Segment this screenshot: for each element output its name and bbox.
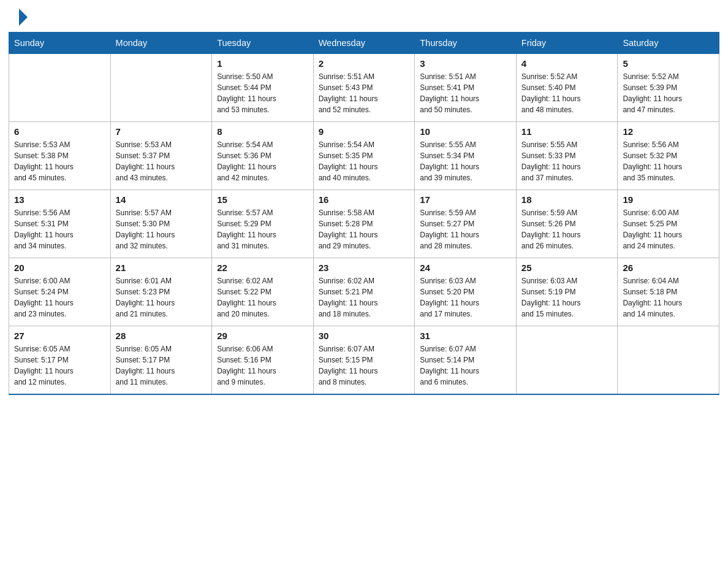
day-number: 14	[116, 194, 207, 205]
calendar-cell	[516, 326, 618, 395]
calendar-cell: 23Sunrise: 6:02 AM Sunset: 5:21 PM Dayli…	[313, 258, 415, 326]
calendar-week-row: 13Sunrise: 5:56 AM Sunset: 5:31 PM Dayli…	[9, 190, 719, 258]
calendar-week-row: 27Sunrise: 6:05 AM Sunset: 5:17 PM Dayli…	[9, 326, 719, 395]
calendar-cell: 6Sunrise: 5:53 AM Sunset: 5:38 PM Daylig…	[9, 122, 111, 190]
day-info: Sunrise: 5:57 AM Sunset: 5:29 PM Dayligh…	[217, 207, 308, 251]
day-info: Sunrise: 6:00 AM Sunset: 5:25 PM Dayligh…	[623, 207, 714, 251]
calendar-cell: 22Sunrise: 6:02 AM Sunset: 5:22 PM Dayli…	[212, 258, 314, 326]
day-info: Sunrise: 5:59 AM Sunset: 5:26 PM Dayligh…	[521, 207, 613, 251]
day-number: 18	[521, 194, 613, 205]
day-number: 3	[420, 58, 511, 69]
calendar-cell: 27Sunrise: 6:05 AM Sunset: 5:17 PM Dayli…	[9, 326, 111, 395]
calendar-cell: 11Sunrise: 5:55 AM Sunset: 5:33 PM Dayli…	[516, 122, 618, 190]
day-number: 29	[217, 331, 308, 341]
day-number: 19	[623, 194, 714, 205]
day-number: 20	[14, 262, 105, 273]
calendar-cell: 20Sunrise: 6:00 AM Sunset: 5:24 PM Dayli…	[9, 258, 111, 326]
day-info: Sunrise: 5:59 AM Sunset: 5:27 PM Dayligh…	[420, 207, 511, 251]
day-number: 7	[116, 126, 207, 137]
calendar-table: SundayMondayTuesdayWednesdayThursdayFrid…	[9, 32, 719, 395]
day-info: Sunrise: 6:01 AM Sunset: 5:23 PM Dayligh…	[116, 275, 207, 320]
day-info: Sunrise: 5:54 AM Sunset: 5:35 PM Dayligh…	[319, 139, 410, 183]
day-number: 25	[521, 262, 613, 273]
day-info: Sunrise: 5:56 AM Sunset: 5:31 PM Dayligh…	[14, 207, 105, 251]
day-info: Sunrise: 6:03 AM Sunset: 5:20 PM Dayligh…	[420, 275, 511, 320]
day-info: Sunrise: 5:51 AM Sunset: 5:43 PM Dayligh…	[319, 71, 410, 115]
logo-triangle-icon	[19, 9, 28, 26]
day-info: Sunrise: 5:54 AM Sunset: 5:36 PM Dayligh…	[217, 139, 308, 183]
day-number: 22	[217, 262, 308, 273]
calendar-cell	[9, 54, 111, 122]
calendar-container: SundayMondayTuesdayWednesdayThursdayFrid…	[0, 32, 728, 404]
day-number: 2	[319, 58, 410, 69]
calendar-week-row: 20Sunrise: 6:00 AM Sunset: 5:24 PM Dayli…	[9, 258, 719, 326]
day-info: Sunrise: 6:03 AM Sunset: 5:19 PM Dayligh…	[521, 275, 613, 320]
calendar-header-row: SundayMondayTuesdayWednesdayThursdayFrid…	[9, 33, 719, 54]
calendar-cell: 1Sunrise: 5:50 AM Sunset: 5:44 PM Daylig…	[212, 54, 314, 122]
day-info: Sunrise: 5:57 AM Sunset: 5:30 PM Dayligh…	[116, 207, 207, 251]
day-info: Sunrise: 5:56 AM Sunset: 5:32 PM Dayligh…	[623, 139, 714, 183]
calendar-cell	[110, 54, 212, 122]
day-info: Sunrise: 6:00 AM Sunset: 5:24 PM Dayligh…	[14, 275, 105, 320]
day-number: 1	[217, 58, 308, 69]
calendar-cell: 19Sunrise: 6:00 AM Sunset: 5:25 PM Dayli…	[618, 190, 719, 258]
day-number: 30	[319, 331, 410, 341]
calendar-cell: 9Sunrise: 5:54 AM Sunset: 5:35 PM Daylig…	[313, 122, 415, 190]
calendar-cell: 25Sunrise: 6:03 AM Sunset: 5:19 PM Dayli…	[516, 258, 618, 326]
calendar-cell: 15Sunrise: 5:57 AM Sunset: 5:29 PM Dayli…	[212, 190, 314, 258]
day-number: 11	[521, 126, 613, 137]
day-number: 10	[420, 126, 511, 137]
calendar-cell: 16Sunrise: 5:58 AM Sunset: 5:28 PM Dayli…	[313, 190, 415, 258]
calendar-cell: 4Sunrise: 5:52 AM Sunset: 5:40 PM Daylig…	[516, 54, 618, 122]
calendar-cell: 14Sunrise: 5:57 AM Sunset: 5:30 PM Dayli…	[110, 190, 212, 258]
day-info: Sunrise: 5:55 AM Sunset: 5:33 PM Dayligh…	[521, 139, 613, 183]
calendar-cell: 2Sunrise: 5:51 AM Sunset: 5:43 PM Daylig…	[313, 54, 415, 122]
day-number: 6	[14, 126, 105, 137]
day-info: Sunrise: 6:06 AM Sunset: 5:16 PM Dayligh…	[217, 343, 308, 388]
day-info: Sunrise: 5:52 AM Sunset: 5:39 PM Dayligh…	[623, 71, 714, 115]
calendar-cell: 30Sunrise: 6:07 AM Sunset: 5:15 PM Dayli…	[313, 326, 415, 395]
day-info: Sunrise: 5:51 AM Sunset: 5:41 PM Dayligh…	[420, 71, 511, 115]
day-number: 31	[420, 331, 511, 341]
day-of-week-header: Tuesday	[212, 33, 314, 54]
day-number: 5	[623, 58, 714, 69]
day-info: Sunrise: 5:52 AM Sunset: 5:40 PM Dayligh…	[521, 71, 613, 115]
page-header	[0, 0, 728, 32]
day-number: 23	[319, 262, 410, 273]
day-info: Sunrise: 6:05 AM Sunset: 5:17 PM Dayligh…	[116, 343, 207, 388]
day-number: 8	[217, 126, 308, 137]
day-of-week-header: Thursday	[415, 33, 517, 54]
logo	[17, 11, 29, 26]
calendar-cell: 5Sunrise: 5:52 AM Sunset: 5:39 PM Daylig…	[618, 54, 719, 122]
calendar-cell: 28Sunrise: 6:05 AM Sunset: 5:17 PM Dayli…	[110, 326, 212, 395]
calendar-cell: 13Sunrise: 5:56 AM Sunset: 5:31 PM Dayli…	[9, 190, 111, 258]
day-of-week-header: Wednesday	[313, 33, 415, 54]
day-info: Sunrise: 6:07 AM Sunset: 5:14 PM Dayligh…	[420, 343, 511, 388]
day-of-week-header: Sunday	[9, 33, 111, 54]
day-number: 26	[623, 262, 714, 273]
day-info: Sunrise: 5:53 AM Sunset: 5:37 PM Dayligh…	[116, 139, 207, 183]
day-info: Sunrise: 6:02 AM Sunset: 5:22 PM Dayligh…	[217, 275, 308, 320]
day-info: Sunrise: 6:05 AM Sunset: 5:17 PM Dayligh…	[14, 343, 105, 388]
day-number: 27	[14, 331, 105, 341]
calendar-cell: 17Sunrise: 5:59 AM Sunset: 5:27 PM Dayli…	[415, 190, 517, 258]
day-info: Sunrise: 5:55 AM Sunset: 5:34 PM Dayligh…	[420, 139, 511, 183]
calendar-week-row: 6Sunrise: 5:53 AM Sunset: 5:38 PM Daylig…	[9, 122, 719, 190]
day-info: Sunrise: 5:53 AM Sunset: 5:38 PM Dayligh…	[14, 139, 105, 183]
day-number: 16	[319, 194, 410, 205]
calendar-cell: 18Sunrise: 5:59 AM Sunset: 5:26 PM Dayli…	[516, 190, 618, 258]
calendar-cell: 12Sunrise: 5:56 AM Sunset: 5:32 PM Dayli…	[618, 122, 719, 190]
day-number: 13	[14, 194, 105, 205]
day-number: 4	[521, 58, 613, 69]
calendar-week-row: 1Sunrise: 5:50 AM Sunset: 5:44 PM Daylig…	[9, 54, 719, 122]
day-info: Sunrise: 6:07 AM Sunset: 5:15 PM Dayligh…	[319, 343, 410, 388]
day-number: 17	[420, 194, 511, 205]
day-number: 9	[319, 126, 410, 137]
day-info: Sunrise: 5:50 AM Sunset: 5:44 PM Dayligh…	[217, 71, 308, 115]
day-number: 21	[116, 262, 207, 273]
day-number: 15	[217, 194, 308, 205]
calendar-cell: 3Sunrise: 5:51 AM Sunset: 5:41 PM Daylig…	[415, 54, 517, 122]
calendar-cell: 8Sunrise: 5:54 AM Sunset: 5:36 PM Daylig…	[212, 122, 314, 190]
calendar-cell: 31Sunrise: 6:07 AM Sunset: 5:14 PM Dayli…	[415, 326, 517, 395]
day-number: 24	[420, 262, 511, 273]
